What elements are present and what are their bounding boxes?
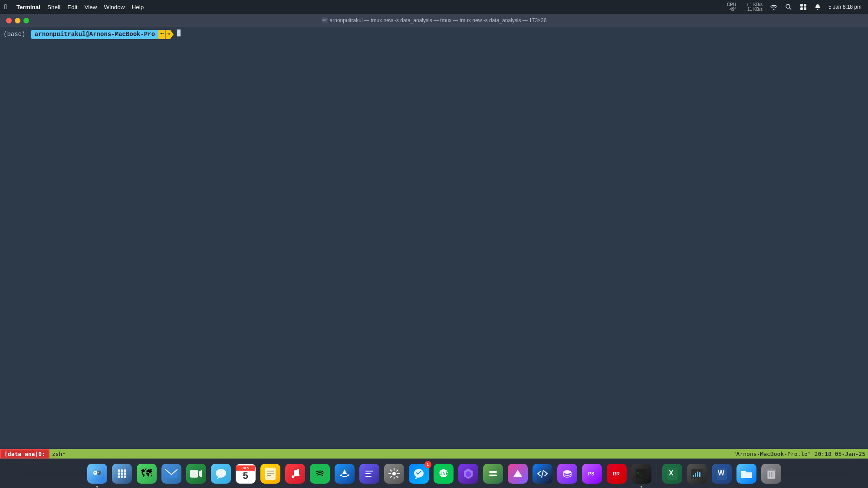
dock-item-phpstorm[interactable]: PS bbox=[581, 462, 603, 485]
dock-separator bbox=[657, 464, 657, 483]
prompt-arrow-icon: ➜ bbox=[165, 30, 173, 39]
wifi-icon[interactable] bbox=[768, 4, 779, 10]
dock-item-obsidian[interactable] bbox=[457, 462, 480, 485]
minimize-button[interactable] bbox=[15, 18, 20, 23]
svg-point-46 bbox=[563, 470, 571, 474]
svg-rect-2 bbox=[800, 4, 803, 7]
dock-item-appstore[interactable] bbox=[333, 462, 356, 485]
svg-rect-28 bbox=[265, 468, 276, 480]
excel-icon: X bbox=[662, 464, 682, 484]
rubymine-icon: RR bbox=[607, 464, 627, 484]
svg-point-32 bbox=[292, 475, 294, 478]
window-controls bbox=[6, 18, 29, 23]
launchpad-icon bbox=[112, 464, 132, 484]
menu-view[interactable]: View bbox=[81, 0, 100, 14]
svg-rect-7 bbox=[322, 19, 327, 20]
dock-item-calendar[interactable]: JAN 5 bbox=[234, 462, 257, 485]
svg-text:LINE: LINE bbox=[438, 471, 448, 476]
scriptable-icon bbox=[359, 464, 379, 484]
dock-item-systemprefs[interactable] bbox=[383, 462, 405, 485]
prompt-line: (base) arnonpuitrakul@Arnons-MacBook-Pro… bbox=[3, 29, 865, 39]
terminal-content[interactable]: (base) arnonpuitrakul@Arnons-MacBook-Pro… bbox=[0, 27, 868, 447]
svg-point-21 bbox=[121, 475, 123, 478]
dock-item-xcode[interactable] bbox=[531, 462, 554, 485]
tmux-active-tab[interactable]: [data_ana|0: bbox=[0, 449, 49, 459]
svg-point-36 bbox=[392, 472, 396, 475]
svg-rect-57 bbox=[699, 472, 700, 477]
svg-point-45 bbox=[489, 475, 491, 476]
svg-text:RR: RR bbox=[613, 471, 620, 476]
menu-help[interactable]: Help bbox=[128, 0, 147, 14]
word-icon: W bbox=[712, 464, 732, 484]
appstore-icon bbox=[335, 464, 355, 484]
svg-text:PS: PS bbox=[588, 471, 595, 476]
dock-item-datagrip[interactable] bbox=[556, 462, 579, 485]
network-widget[interactable]: ↑ 1 KB/s ↓ 11 KB/s bbox=[742, 2, 765, 12]
svg-rect-24 bbox=[190, 470, 198, 478]
dock-item-notes[interactable] bbox=[259, 462, 282, 485]
menu-window[interactable]: Window bbox=[100, 0, 128, 14]
dock-item-excel[interactable]: X bbox=[661, 462, 684, 485]
dock-item-proxyman[interactable] bbox=[482, 462, 504, 485]
dock-item-finder[interactable] bbox=[86, 462, 108, 485]
menu-edit[interactable]: Edit bbox=[64, 0, 81, 14]
svg-text:X: X bbox=[669, 469, 674, 477]
titlebar: arnonpuitrakul — tmux new -s data_analys… bbox=[0, 14, 868, 27]
dock-item-line[interactable]: LINE bbox=[432, 462, 455, 485]
istat-icon bbox=[687, 464, 707, 484]
menubar:  Terminal Shell Edit View Window Help C… bbox=[0, 0, 868, 14]
istat-cpu-widget[interactable]: CPU 49° bbox=[725, 2, 738, 12]
menu-app-name[interactable]: Terminal bbox=[13, 0, 44, 14]
mail-icon bbox=[161, 464, 181, 484]
dock-item-istat[interactable] bbox=[686, 462, 708, 485]
music-icon bbox=[285, 464, 305, 484]
dock-item-messages[interactable] bbox=[210, 462, 232, 485]
affinity-icon bbox=[508, 464, 528, 484]
apple-menu[interactable]:  bbox=[4, 3, 7, 11]
finder-icon bbox=[87, 464, 107, 484]
phpstorm-icon: PS bbox=[582, 464, 602, 484]
maximize-button[interactable] bbox=[23, 18, 29, 23]
dock-item-music[interactable] bbox=[284, 462, 306, 485]
svg-point-33 bbox=[297, 474, 299, 476]
tmux-window-tab[interactable]: [data_ana|0: zsh* bbox=[0, 449, 68, 459]
svg-point-26 bbox=[216, 469, 226, 478]
menu-shell[interactable]: Shell bbox=[44, 0, 64, 14]
dock: 🗺 JAN bbox=[0, 459, 868, 488]
dock-item-maps[interactable]: 🗺 bbox=[135, 462, 158, 485]
svg-point-34 bbox=[314, 468, 326, 479]
control-center-icon[interactable] bbox=[798, 3, 809, 10]
svg-rect-4 bbox=[800, 7, 803, 10]
dock-item-messenger[interactable]: 1 bbox=[408, 462, 430, 485]
cursor-blink bbox=[177, 29, 181, 36]
dock-item-trash[interactable] bbox=[760, 462, 783, 485]
dock-item-word[interactable]: W bbox=[710, 462, 733, 485]
dock-item-rubymine[interactable]: RR bbox=[605, 462, 628, 485]
dock-item-spotify[interactable] bbox=[309, 462, 331, 485]
svg-rect-56 bbox=[697, 472, 698, 477]
dock-item-files[interactable] bbox=[735, 462, 758, 485]
notes-icon bbox=[260, 464, 280, 484]
datetime-display[interactable]: 5 Jan 8:18 pm bbox=[826, 4, 864, 10]
dock-item-launchpad[interactable] bbox=[111, 462, 133, 485]
close-button[interactable] bbox=[6, 18, 12, 23]
svg-point-44 bbox=[495, 471, 497, 473]
notification-icon[interactable] bbox=[812, 4, 823, 10]
search-icon[interactable] bbox=[783, 3, 794, 10]
prompt-tilde: ~ bbox=[158, 30, 165, 39]
user-host-label: arnonpuitrakul@Arnons-MacBook-Pro bbox=[31, 30, 158, 39]
dock-item-facetime[interactable] bbox=[185, 462, 207, 485]
systemprefs-icon bbox=[384, 464, 404, 484]
dock-item-terminal[interactable]: >_ bbox=[630, 462, 653, 485]
network-indicator: ↑ 1 KB/s ↓ 11 KB/s bbox=[744, 2, 763, 12]
prompt-input[interactable] bbox=[175, 29, 181, 39]
spotify-icon bbox=[310, 464, 330, 484]
dock-item-affinity[interactable] bbox=[506, 462, 529, 485]
svg-rect-55 bbox=[695, 473, 696, 477]
svg-line-1 bbox=[789, 8, 791, 10]
svg-rect-62 bbox=[770, 468, 773, 470]
tmux-tab-rest[interactable]: zsh* bbox=[49, 451, 68, 457]
dock-item-scriptable[interactable] bbox=[358, 462, 381, 485]
dock-item-mail[interactable] bbox=[160, 462, 183, 485]
menubar-right: CPU 49° ↑ 1 KB/s ↓ 11 KB/s bbox=[725, 2, 864, 12]
